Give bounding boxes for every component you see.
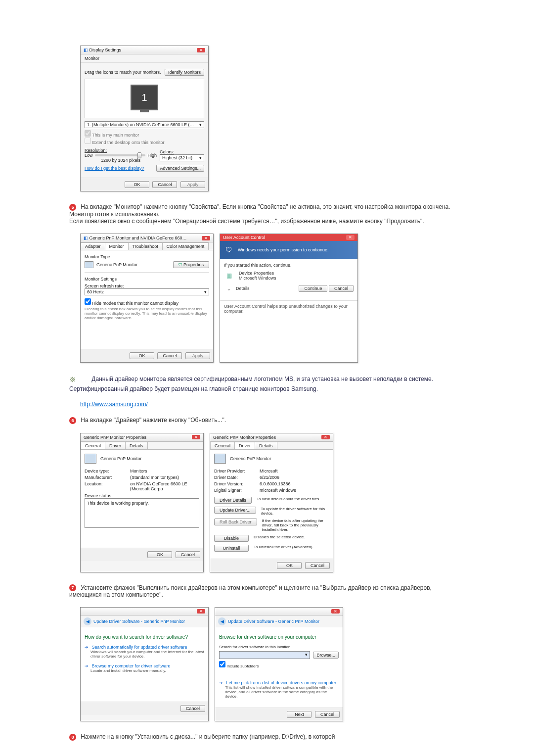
- close-icon[interactable]: ✕: [197, 609, 205, 614]
- shield-icon: 🛡: [224, 245, 234, 255]
- refresh-rate-select[interactable]: 60 Hertz▾: [85, 288, 209, 295]
- monitor-settings-label: Monitor Settings: [85, 277, 209, 282]
- close-icon[interactable]: ✕: [331, 609, 340, 614]
- monitor-properties-driver: Generic PnP Monitor Properties ✕ General…: [210, 433, 333, 572]
- monitor-icon: [214, 454, 226, 464]
- chevron-down-icon[interactable]: ⌄: [224, 284, 234, 293]
- step-number: 7: [69, 584, 76, 591]
- uac-dialog: User Account Control ✕ 🛡 Windows needs y…: [220, 234, 358, 363]
- tab-troubleshoot[interactable]: Troubleshoot: [128, 242, 163, 250]
- continue-button[interactable]: Continue: [299, 285, 327, 292]
- step-text: Нажмите на кнопку "Установить с диска...…: [81, 733, 335, 740]
- cancel-button[interactable]: Cancel: [180, 705, 205, 712]
- resolution-value: 1280 by 1024 pixels: [85, 158, 157, 163]
- rollback-driver-button: Roll Back Driver: [214, 519, 257, 525]
- browse-button[interactable]: Browse...: [313, 652, 339, 659]
- tab-driver[interactable]: Driver: [105, 442, 126, 449]
- uac-program-name: Device Properties: [239, 271, 276, 276]
- step-number: 8: [69, 734, 76, 741]
- arrow-icon: ➔: [219, 680, 223, 685]
- monitor-type-label: Monitor Type: [85, 254, 209, 259]
- monitor-preview[interactable]: 1: [131, 85, 158, 110]
- properties-button[interactable]: Properties: [173, 261, 209, 268]
- extend-desktop-checkbox: Extend the desktop onto this monitor: [85, 140, 165, 145]
- close-icon[interactable]: ✕: [192, 435, 200, 439]
- cancel-button[interactable]: Cancel: [157, 352, 182, 359]
- breadcrumb[interactable]: ◀ Update Driver Software - Generic PnP M…: [215, 615, 343, 627]
- apply-button: Apply: [185, 352, 210, 359]
- resolution-slider[interactable]: [95, 154, 146, 156]
- dialog-title: Display Settings: [89, 47, 122, 52]
- monitor-icon: [85, 261, 93, 268]
- ok-button[interactable]: OK: [147, 551, 172, 558]
- apply-button: Apply: [180, 181, 205, 188]
- wizard-heading: How do you want to search for driver sof…: [85, 634, 204, 640]
- step-text: На вкладке "Драйвер" нажмите кнопку "Обн…: [81, 417, 226, 424]
- tab-details[interactable]: Details: [255, 442, 277, 449]
- dialog-title: Generic PnP Monitor and NVIDIA GeForce 6…: [89, 236, 188, 240]
- hide-modes-checkbox[interactable]: Hide modes that this monitor cannot disp…: [85, 298, 209, 306]
- next-button[interactable]: Next: [287, 711, 312, 718]
- hide-modes-description: Clearing this check box allows you to se…: [85, 307, 209, 320]
- monitor-select[interactable]: 1. (Multiple Monitors) on NVIDIA GeForce…: [85, 121, 204, 128]
- main-monitor-checkbox: This is my main monitor: [85, 133, 139, 138]
- colors-label: Colors:: [160, 149, 204, 154]
- driver-details-button[interactable]: Driver Details: [214, 497, 252, 504]
- cancel-button[interactable]: Cancel: [315, 711, 340, 718]
- note-p1: Данный драйвер монитора является сертифи…: [91, 376, 433, 382]
- tab-color-management[interactable]: Color Management: [162, 242, 209, 250]
- breadcrumb[interactable]: ◀ Update Driver Software - Generic PnP M…: [81, 615, 208, 627]
- include-subfolders-checkbox[interactable]: Include subfolders: [219, 664, 259, 668]
- cancel-button[interactable]: Cancel: [176, 551, 200, 558]
- colors-select[interactable]: Highest (32 bit)▾: [160, 154, 204, 161]
- step-text: На вкладке "Монитор" нажмите кнопку "Сво…: [69, 203, 450, 225]
- tab-driver[interactable]: Driver: [234, 442, 255, 449]
- device-name: Generic PnP Monitor: [100, 456, 141, 461]
- best-display-link[interactable]: How do I get the best display?: [85, 166, 144, 171]
- update-driver-button[interactable]: Update Driver...: [214, 507, 256, 514]
- tab-adapter[interactable]: Adapter: [81, 242, 105, 250]
- advanced-settings-button[interactable]: Advanced Settings...: [156, 165, 204, 172]
- uac-footer-text: User Account Control helps stop unauthor…: [220, 300, 357, 317]
- ok-button[interactable]: OK: [130, 352, 154, 359]
- identify-monitors-button[interactable]: Identify Monitors: [165, 69, 204, 76]
- menu-bar: Monitor: [81, 54, 208, 63]
- back-arrow-icon[interactable]: ◀: [84, 617, 91, 625]
- uac-details[interactable]: Details: [236, 286, 250, 291]
- step-text: Установите флажок "Выполнить поиск драйв…: [69, 584, 432, 599]
- drag-instruction: Drag the icons to match your monitors.: [85, 70, 161, 75]
- tab-monitor[interactable]: Monitor: [105, 242, 129, 250]
- ok-button[interactable]: OK: [277, 562, 302, 569]
- refresh-rate-label: Screen refresh rate:: [85, 284, 209, 288]
- browse-computer-option[interactable]: ➔ Browse my computer for driver software…: [85, 663, 204, 673]
- menu-monitor[interactable]: Monitor: [85, 56, 99, 61]
- cancel-button[interactable]: Cancel: [329, 285, 354, 292]
- dialog-title: Generic PnP Monitor Properties: [213, 435, 276, 440]
- disable-button[interactable]: Disable: [214, 535, 249, 542]
- step-number: 5: [69, 204, 76, 211]
- resolution-label: Resolution:: [85, 148, 157, 153]
- device-status-label: Device status: [85, 493, 199, 498]
- path-input[interactable]: ▾: [219, 651, 310, 659]
- search-automatically-option[interactable]: ➔ Search automatically for updated drive…: [85, 645, 204, 659]
- pick-from-list-option[interactable]: ➔ Let me pick from a list of device driv…: [219, 680, 339, 699]
- uac-if-started: If you started this action, continue.: [224, 263, 354, 268]
- uac-title: User Account Control: [223, 235, 265, 240]
- tab-general[interactable]: General: [81, 442, 105, 449]
- ok-button[interactable]: OK: [125, 181, 149, 188]
- close-icon[interactable]: ✕: [346, 235, 355, 240]
- update-driver-wizard-choose: ✕ ◀ Update Driver Software - Generic PnP…: [80, 607, 209, 721]
- tab-general[interactable]: General: [210, 442, 235, 449]
- back-arrow-icon[interactable]: ◀: [218, 617, 226, 625]
- note-p2: Сертифицированный драйвер будет размещен…: [69, 385, 318, 392]
- uninstall-button[interactable]: Uninstall: [214, 545, 249, 552]
- close-icon[interactable]: ✕: [197, 48, 205, 52]
- close-icon[interactable]: ✕: [202, 236, 210, 240]
- close-icon[interactable]: ✕: [321, 435, 330, 439]
- samsung-link[interactable]: http://www.samsung.com/: [80, 401, 148, 408]
- cancel-button[interactable]: Cancel: [152, 181, 177, 188]
- tab-details[interactable]: Details: [125, 442, 148, 449]
- device-name: Generic PnP Monitor: [230, 456, 271, 461]
- cancel-button[interactable]: Cancel: [305, 562, 330, 569]
- uac-publisher: Microsoft Windows: [239, 276, 276, 281]
